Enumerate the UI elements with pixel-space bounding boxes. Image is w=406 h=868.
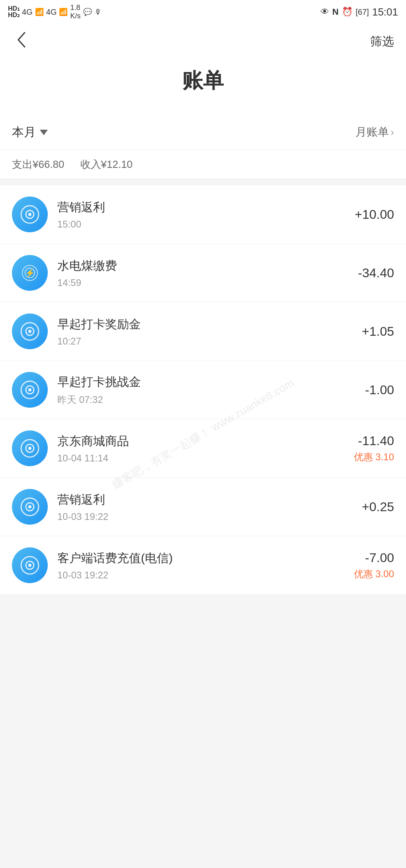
transaction-amount-col: -1.00 (365, 383, 394, 397)
voice-icon: 🎙 (94, 8, 102, 16)
transaction-name: 京东商城商品 (57, 433, 344, 450)
transaction-info: 营销返利 10-03 19:22 (57, 492, 352, 522)
transaction-amount: +1.05 (362, 324, 394, 339)
signal-bars-1: 📶 (35, 8, 44, 16)
dropdown-arrow-icon (40, 130, 48, 135)
signal-bars-2: 📶 (59, 8, 68, 16)
transaction-discount: 优惠 3.10 (354, 451, 394, 463)
filter-button[interactable]: 筛选 (370, 33, 394, 50)
svg-point-11 (28, 388, 31, 391)
signal-4g: 4G (22, 8, 33, 17)
status-bar: HD₁HD₂ 4G 📶 4G 📶 1.8K/s 💬 🎙 👁 N ⏰ [67] 1… (0, 0, 406, 24)
transaction-icon (12, 547, 48, 583)
list-item[interactable]: 营销返利 10-03 19:22 +0.25 (0, 478, 406, 536)
transaction-info: 早起打卡挑战金 昨天 07:32 (57, 374, 355, 406)
transaction-icon (12, 197, 48, 232)
transaction-info: 客户端话费充值(电信) 10-03 19:22 (57, 550, 344, 581)
monthly-bill-link[interactable]: 月账单 › (355, 125, 394, 140)
transaction-time: 14:59 (57, 277, 348, 288)
transaction-amount: -1.00 (365, 383, 394, 397)
hd-indicator: HD₁HD₂ (8, 6, 20, 18)
transaction-amount: -11.40 (354, 434, 394, 448)
transaction-time: 10-03 19:22 (57, 511, 352, 522)
transaction-amount-col: +1.05 (362, 324, 394, 339)
income-summary: 收入¥12.10 (80, 158, 133, 171)
transaction-info: 营销返利 15:00 (57, 199, 345, 230)
status-right: 👁 N ⏰ [67] 15:01 (320, 6, 398, 18)
transaction-list: 营销返利 15:00 +10.00 ⚡ 水电煤缴费 14:59 -34.40 早… (0, 185, 406, 595)
transaction-icon (12, 489, 48, 525)
transaction-icon (12, 372, 48, 408)
page-title-section: 账单 (0, 59, 406, 115)
transaction-time: 15:00 (57, 219, 345, 230)
transaction-info: 水电煤缴费 14:59 (57, 258, 348, 288)
month-label: 本月 (12, 124, 36, 140)
transaction-time: 昨天 07:32 (57, 393, 355, 406)
nfc-icon: N (332, 7, 339, 17)
transaction-discount: 优惠 3.00 (354, 568, 394, 580)
transaction-name: 水电煤缴费 (57, 258, 348, 274)
transaction-amount: -34.40 (358, 266, 394, 280)
transaction-amount-col: +10.00 (355, 207, 394, 222)
transaction-time: 10-03 19:22 (57, 570, 344, 581)
transaction-amount-col: -7.00优惠 3.00 (354, 551, 394, 580)
message-icon: 💬 (83, 8, 92, 16)
clock: 15:01 (372, 6, 398, 18)
transaction-amount: +0.25 (362, 500, 394, 514)
battery-level: [67] (356, 8, 369, 17)
back-button[interactable] (12, 27, 31, 56)
svg-point-8 (28, 330, 31, 333)
alarm-icon: ⏰ (342, 7, 353, 17)
summary-row: 支出¥66.80 收入¥12.10 (0, 150, 406, 179)
list-item[interactable]: 京东商城商品 10-04 11:14 -11.40优惠 3.10 (0, 419, 406, 478)
transaction-name: 营销返利 (57, 199, 345, 216)
list-item[interactable]: 早起打卡奖励金 10:27 +1.05 (0, 302, 406, 361)
transaction-time: 10-04 11:14 (57, 453, 344, 464)
transaction-info: 早起打卡奖励金 10:27 (57, 316, 352, 347)
expenditure-summary: 支出¥66.80 (12, 158, 64, 171)
transaction-amount-col: -34.40 (358, 266, 394, 280)
filter-bar: 本月 月账单 › (0, 115, 406, 150)
speed-indicator: 1.8K/s (70, 4, 80, 20)
signal-4g-2: 4G (46, 8, 57, 17)
transaction-info: 京东商城商品 10-04 11:14 (57, 433, 344, 464)
transaction-amount-col: -11.40优惠 3.10 (354, 434, 394, 463)
svg-point-2 (28, 213, 31, 216)
transaction-icon: ⚡ (12, 255, 48, 291)
svg-point-20 (28, 564, 31, 567)
transaction-name: 营销返利 (57, 492, 352, 508)
transaction-name: 客户端话费充值(电信) (57, 550, 344, 566)
svg-text:⚡: ⚡ (25, 268, 35, 278)
transaction-name: 早起打卡奖励金 (57, 316, 352, 333)
transaction-name: 早起打卡挑战金 (57, 374, 355, 390)
list-item[interactable]: 客户端话费充值(电信) 10-03 19:22 -7.00优惠 3.00 (0, 536, 406, 595)
nav-bar: 筛选 (0, 24, 406, 59)
chevron-right-icon: › (390, 126, 394, 138)
list-item[interactable]: 早起打卡挑战金 昨天 07:32 -1.00 (0, 361, 406, 419)
svg-point-17 (28, 505, 31, 508)
list-item[interactable]: ⚡ 水电煤缴费 14:59 -34.40 (0, 244, 406, 302)
transaction-amount-col: +0.25 (362, 500, 394, 514)
page-title: 账单 (0, 67, 406, 95)
transaction-amount: -7.00 (354, 551, 394, 565)
month-selector[interactable]: 本月 (12, 124, 48, 140)
status-left: HD₁HD₂ 4G 📶 4G 📶 1.8K/s 💬 🎙 (8, 4, 102, 20)
transaction-time: 10:27 (57, 336, 352, 347)
list-item[interactable]: 营销返利 15:00 +10.00 (0, 185, 406, 244)
svg-point-14 (28, 447, 31, 450)
transaction-icon (12, 313, 48, 349)
transaction-icon (12, 430, 48, 466)
transaction-amount: +10.00 (355, 207, 394, 222)
eye-icon: 👁 (320, 7, 329, 17)
monthly-bill-label: 月账单 (355, 125, 389, 140)
filter-section: 本月 月账单 › 支出¥66.80 收入¥12.10 (0, 115, 406, 179)
